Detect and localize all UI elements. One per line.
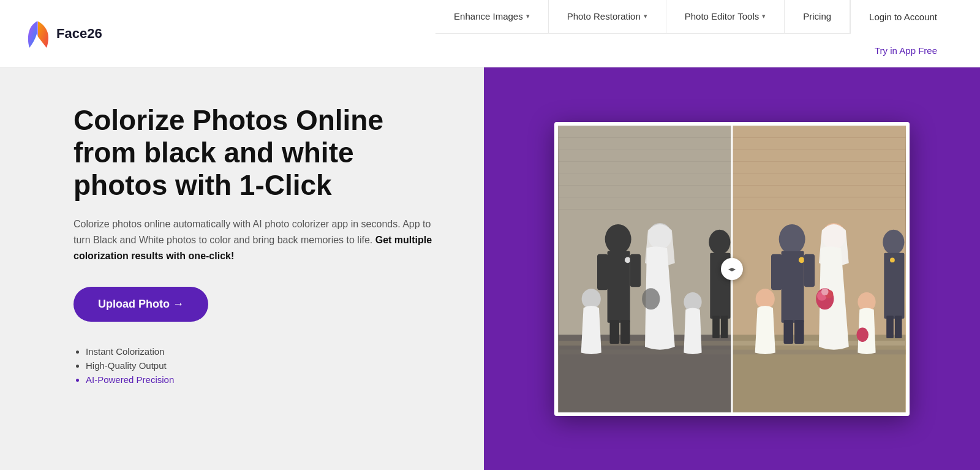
logo-icon xyxy=(24,18,50,49)
svg-point-54 xyxy=(890,257,895,262)
bw-wedding-photo xyxy=(558,126,732,412)
color-wedding-photo xyxy=(732,126,906,412)
svg-point-37 xyxy=(779,224,805,254)
svg-point-22 xyxy=(709,229,730,254)
nav-top-row: Enhance Images ▾ Photo Restoration ▾ Pho… xyxy=(435,0,956,34)
svg-rect-15 xyxy=(620,319,630,343)
svg-rect-56 xyxy=(895,316,902,338)
hero-section: Colorize Photos Online from black and wh… xyxy=(0,67,484,470)
comparison-handle[interactable] xyxy=(721,258,743,280)
svg-point-11 xyxy=(605,224,631,254)
photo-color-side xyxy=(732,126,906,412)
svg-point-39 xyxy=(799,257,805,263)
nav-photo-editor-tools-label: Photo Editor Tools xyxy=(685,11,759,21)
nav-photo-restoration-label: Photo Restoration xyxy=(567,11,641,21)
main-content: Colorize Photos Online from black and wh… xyxy=(0,67,980,470)
svg-rect-40 xyxy=(783,319,793,343)
svg-rect-55 xyxy=(886,316,894,338)
svg-point-51 xyxy=(856,327,869,341)
svg-rect-17 xyxy=(630,254,641,287)
feature-item-3: AI-Powered Precision xyxy=(86,374,447,385)
svg-point-13 xyxy=(625,257,631,263)
svg-rect-25 xyxy=(721,316,728,338)
svg-rect-42 xyxy=(771,254,782,290)
svg-rect-41 xyxy=(794,319,804,343)
feature-item-1: Instant Colorization xyxy=(86,346,447,357)
nav-login[interactable]: Login to Account xyxy=(850,0,956,34)
svg-point-19 xyxy=(642,288,660,309)
feature-item-2: High-Quality Output xyxy=(86,360,447,371)
chevron-down-icon-2: ▾ xyxy=(644,12,647,20)
chevron-down-icon: ▾ xyxy=(526,12,530,20)
photo-bw-side xyxy=(558,126,732,412)
logo-area[interactable]: Face26 xyxy=(24,18,102,49)
svg-rect-24 xyxy=(712,316,720,338)
nav-enhance-images-label: Enhance Images xyxy=(454,11,523,21)
photo-comparison-slider[interactable] xyxy=(554,122,910,416)
nav-enhance-images[interactable]: Enhance Images ▾ xyxy=(435,0,548,34)
nav-photo-restoration[interactable]: Photo Restoration ▾ xyxy=(549,0,666,34)
nav-try-free[interactable]: Try in App Free xyxy=(856,45,956,56)
svg-rect-14 xyxy=(609,319,619,343)
svg-point-48 xyxy=(821,288,829,295)
nav-login-label: Login to Account xyxy=(869,12,937,22)
svg-rect-53 xyxy=(884,252,904,318)
hero-title: Colorize Photos Online from black and wh… xyxy=(74,104,447,202)
chevron-down-icon-3: ▾ xyxy=(762,12,766,20)
site-header: Face26 Enhance Images ▾ Photo Restoratio… xyxy=(0,0,980,67)
svg-rect-43 xyxy=(804,254,815,287)
svg-point-52 xyxy=(883,229,904,254)
upload-photo-button[interactable]: Upload Photo → xyxy=(74,287,208,322)
features-list: Instant Colorization High-Quality Output… xyxy=(74,346,447,385)
logo-text: Face26 xyxy=(56,26,102,42)
nav-pricing-label: Pricing xyxy=(803,11,831,21)
svg-rect-16 xyxy=(597,254,608,290)
hero-description: Colorize photos online automatically wit… xyxy=(74,216,441,265)
nav-photo-editor-tools[interactable]: Photo Editor Tools ▾ xyxy=(666,0,784,34)
nav-pricing[interactable]: Pricing xyxy=(785,0,850,34)
navigation: Enhance Images ▾ Photo Restoration ▾ Pho… xyxy=(435,0,956,67)
photo-preview-panel xyxy=(484,67,980,470)
nav-bottom-row: Try in App Free xyxy=(435,34,956,67)
